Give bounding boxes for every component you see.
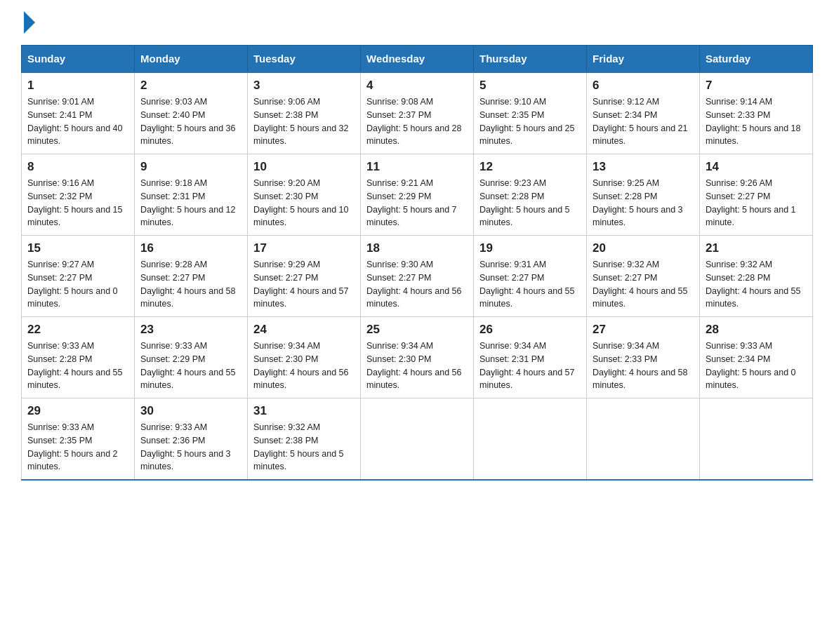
calendar-cell [587,398,700,481]
calendar-cell: 6Sunrise: 9:12 AMSunset: 2:34 PMDaylight… [587,72,700,154]
calendar-week-row: 15Sunrise: 9:27 AMSunset: 2:27 PMDayligh… [22,236,813,317]
day-number: 12 [479,160,581,174]
calendar-cell: 13Sunrise: 9:25 AMSunset: 2:28 PMDayligh… [587,154,700,236]
day-info: Sunrise: 9:03 AMSunset: 2:40 PMDaylight:… [140,95,241,148]
day-info: Sunrise: 9:16 AMSunset: 2:32 PMDaylight:… [27,177,128,229]
day-number: 11 [366,160,468,174]
calendar-cell: 19Sunrise: 9:31 AMSunset: 2:27 PMDayligh… [474,236,587,317]
calendar-cell: 23Sunrise: 9:33 AMSunset: 2:29 PMDayligh… [135,317,248,398]
calendar-cell: 11Sunrise: 9:21 AMSunset: 2:29 PMDayligh… [361,154,474,236]
logo-arrow-icon [24,11,35,34]
calendar-cell: 25Sunrise: 9:34 AMSunset: 2:30 PMDayligh… [361,317,474,398]
day-info: Sunrise: 9:08 AMSunset: 2:37 PMDaylight:… [366,95,468,148]
day-number: 4 [366,79,468,93]
day-number: 25 [366,323,468,337]
day-number: 18 [366,241,468,255]
day-info: Sunrise: 9:30 AMSunset: 2:27 PMDaylight:… [366,258,468,311]
calendar-table: SundayMondayTuesdayWednesdayThursdayFrid… [21,45,813,481]
day-info: Sunrise: 9:34 AMSunset: 2:31 PMDaylight:… [479,340,581,392]
day-number: 26 [479,323,581,337]
calendar-cell: 30Sunrise: 9:33 AMSunset: 2:36 PMDayligh… [135,398,248,481]
day-number: 2 [140,79,241,93]
day-number: 17 [253,241,355,255]
day-info: Sunrise: 9:33 AMSunset: 2:35 PMDaylight:… [27,421,128,474]
day-info: Sunrise: 9:34 AMSunset: 2:33 PMDaylight:… [593,340,694,392]
day-number: 9 [140,160,241,174]
calendar-cell: 10Sunrise: 9:20 AMSunset: 2:30 PMDayligh… [248,154,361,236]
day-number: 13 [593,160,694,174]
calendar-header-monday: Monday [135,46,248,73]
day-info: Sunrise: 9:34 AMSunset: 2:30 PMDaylight:… [253,340,355,392]
day-info: Sunrise: 9:31 AMSunset: 2:27 PMDaylight:… [479,258,581,311]
day-number: 23 [140,323,241,337]
day-info: Sunrise: 9:27 AMSunset: 2:27 PMDaylight:… [27,258,128,311]
day-number: 5 [479,79,581,93]
day-info: Sunrise: 9:34 AMSunset: 2:30 PMDaylight:… [366,340,468,392]
page-header [21,14,813,31]
day-number: 16 [140,241,241,255]
calendar-cell [474,398,587,481]
calendar-cell: 5Sunrise: 9:10 AMSunset: 2:35 PMDaylight… [474,72,587,154]
calendar-header-sunday: Sunday [22,46,135,73]
day-info: Sunrise: 9:25 AMSunset: 2:28 PMDaylight:… [593,177,694,229]
calendar-cell: 22Sunrise: 9:33 AMSunset: 2:28 PMDayligh… [22,317,135,398]
day-number: 19 [479,241,581,255]
calendar-week-row: 22Sunrise: 9:33 AMSunset: 2:28 PMDayligh… [22,317,813,398]
calendar-header-wednesday: Wednesday [361,46,474,73]
calendar-cell: 8Sunrise: 9:16 AMSunset: 2:32 PMDaylight… [22,154,135,236]
day-info: Sunrise: 9:21 AMSunset: 2:29 PMDaylight:… [366,177,468,229]
day-info: Sunrise: 9:29 AMSunset: 2:27 PMDaylight:… [253,258,355,311]
calendar-week-row: 8Sunrise: 9:16 AMSunset: 2:32 PMDaylight… [22,154,813,236]
day-number: 15 [27,241,128,255]
calendar-cell: 28Sunrise: 9:33 AMSunset: 2:34 PMDayligh… [700,317,813,398]
calendar-header-tuesday: Tuesday [248,46,361,73]
calendar-header-saturday: Saturday [700,46,813,73]
calendar-header-friday: Friday [587,46,700,73]
day-info: Sunrise: 9:32 AMSunset: 2:38 PMDaylight:… [253,421,355,474]
calendar-cell: 1Sunrise: 9:01 AMSunset: 2:41 PMDaylight… [22,72,135,154]
day-number: 24 [253,323,355,337]
calendar-cell: 3Sunrise: 9:06 AMSunset: 2:38 PMDaylight… [248,72,361,154]
calendar-cell: 20Sunrise: 9:32 AMSunset: 2:27 PMDayligh… [587,236,700,317]
day-number: 3 [253,79,355,93]
day-number: 6 [593,79,694,93]
day-info: Sunrise: 9:14 AMSunset: 2:33 PMDaylight:… [706,95,807,148]
day-info: Sunrise: 9:28 AMSunset: 2:27 PMDaylight:… [140,258,241,311]
day-info: Sunrise: 9:18 AMSunset: 2:31 PMDaylight:… [140,177,241,229]
day-number: 28 [706,323,807,337]
calendar-week-row: 1Sunrise: 9:01 AMSunset: 2:41 PMDaylight… [22,72,813,154]
calendar-header-thursday: Thursday [474,46,587,73]
day-number: 1 [27,79,128,93]
calendar-cell: 27Sunrise: 9:34 AMSunset: 2:33 PMDayligh… [587,317,700,398]
day-info: Sunrise: 9:26 AMSunset: 2:27 PMDaylight:… [706,177,807,229]
day-info: Sunrise: 9:10 AMSunset: 2:35 PMDaylight:… [479,95,581,148]
calendar-week-row: 29Sunrise: 9:33 AMSunset: 2:35 PMDayligh… [22,398,813,481]
day-number: 31 [253,404,355,418]
calendar-cell: 16Sunrise: 9:28 AMSunset: 2:27 PMDayligh… [135,236,248,317]
calendar-cell: 14Sunrise: 9:26 AMSunset: 2:27 PMDayligh… [700,154,813,236]
calendar-cell: 17Sunrise: 9:29 AMSunset: 2:27 PMDayligh… [248,236,361,317]
day-number: 29 [27,404,128,418]
day-number: 22 [27,323,128,337]
calendar-cell: 24Sunrise: 9:34 AMSunset: 2:30 PMDayligh… [248,317,361,398]
day-info: Sunrise: 9:23 AMSunset: 2:28 PMDaylight:… [479,177,581,229]
calendar-cell: 18Sunrise: 9:30 AMSunset: 2:27 PMDayligh… [361,236,474,317]
calendar-cell: 12Sunrise: 9:23 AMSunset: 2:28 PMDayligh… [474,154,587,236]
calendar-cell: 7Sunrise: 9:14 AMSunset: 2:33 PMDaylight… [700,72,813,154]
calendar-cell: 29Sunrise: 9:33 AMSunset: 2:35 PMDayligh… [22,398,135,481]
calendar-cell: 26Sunrise: 9:34 AMSunset: 2:31 PMDayligh… [474,317,587,398]
day-number: 27 [593,323,694,337]
day-number: 10 [253,160,355,174]
calendar-cell: 31Sunrise: 9:32 AMSunset: 2:38 PMDayligh… [248,398,361,481]
logo [21,14,35,31]
day-info: Sunrise: 9:12 AMSunset: 2:34 PMDaylight:… [593,95,694,148]
day-number: 20 [593,241,694,255]
day-number: 21 [706,241,807,255]
calendar-cell: 15Sunrise: 9:27 AMSunset: 2:27 PMDayligh… [22,236,135,317]
day-number: 14 [706,160,807,174]
day-info: Sunrise: 9:33 AMSunset: 2:36 PMDaylight:… [140,421,241,474]
calendar-cell: 9Sunrise: 9:18 AMSunset: 2:31 PMDaylight… [135,154,248,236]
calendar-cell: 2Sunrise: 9:03 AMSunset: 2:40 PMDaylight… [135,72,248,154]
day-info: Sunrise: 9:32 AMSunset: 2:27 PMDaylight:… [593,258,694,311]
day-info: Sunrise: 9:33 AMSunset: 2:29 PMDaylight:… [140,340,241,392]
